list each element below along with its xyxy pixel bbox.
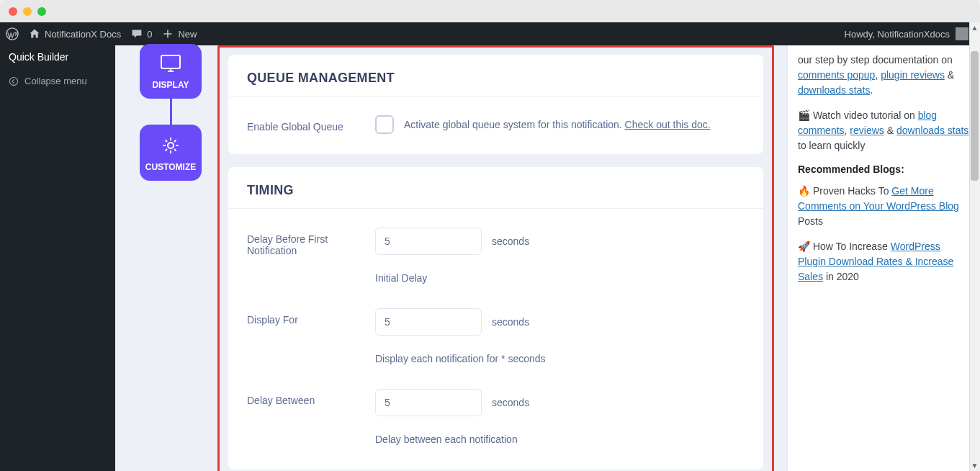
home-icon (29, 28, 40, 40)
delay-between-unit: seconds (492, 397, 529, 408)
new-link[interactable]: New (162, 28, 197, 40)
step-connector (170, 99, 172, 125)
scroll-thumb[interactable] (971, 51, 979, 181)
sidebar-item-quick-builder[interactable]: Quick Builder (0, 45, 115, 68)
blog-2: 🚀 How To Increase WordPress Plugin Downl… (798, 239, 970, 284)
site-title: NotificationX Docs (45, 29, 121, 40)
enable-queue-label: Enable Global Queue (247, 115, 375, 133)
scrollbar-track[interactable]: ▲ ▼ (969, 22, 980, 471)
enable-queue-checkbox[interactable] (375, 115, 394, 134)
video-icon: 🎬 (798, 109, 810, 121)
highlighted-region: QUEUE MANAGEMENT Enable Global Queue Act… (217, 45, 774, 471)
display-for-help: Display each notification for * seconds (375, 353, 745, 364)
gear-icon (160, 135, 181, 156)
queue-doc-link[interactable]: Check out this doc. (625, 119, 711, 130)
queue-heading: QUEUE MANAGEMENT (247, 71, 745, 86)
new-label: New (178, 29, 197, 40)
wp-sidebar: Quick Builder Collapse menu (0, 45, 115, 471)
delay-before-input[interactable] (375, 228, 482, 255)
svg-point-3 (168, 143, 174, 148)
comments-link[interactable]: 0 (131, 28, 152, 40)
collapse-menu[interactable]: Collapse menu (0, 68, 115, 94)
scroll-up-arrow[interactable]: ▲ (969, 22, 980, 33)
step-rail: DISPLAY CUSTOMIZE (137, 45, 204, 471)
delay-before-unit: seconds (492, 236, 529, 247)
fire-icon: 🔥 (798, 185, 810, 197)
window-close-dot[interactable] (9, 7, 17, 16)
link-reviews[interactable]: reviews (850, 125, 884, 136)
display-for-unit: seconds (492, 316, 529, 328)
delay-between-help: Delay between each notification (375, 434, 745, 445)
window-min-dot[interactable] (23, 7, 32, 16)
timing-heading: TIMING (247, 183, 745, 198)
avatar (956, 27, 968, 40)
recommended-heading: Recommended Blogs: (798, 163, 970, 175)
step-display[interactable]: DISPLAY (140, 44, 202, 99)
wordpress-icon (6, 27, 19, 40)
howdy-text: Howdy, NotificationXdocs (845, 29, 950, 40)
monitor-icon (158, 54, 183, 74)
user-menu[interactable]: Howdy, NotificationXdocs (845, 27, 974, 40)
right-sidebar: our step by step documentation on commen… (787, 45, 980, 471)
link-downloads-stats[interactable]: downloads stats (798, 84, 870, 96)
content-area: DISPLAY CUSTOMIZE QUEUE MANAGEMENT Enabl… (115, 45, 980, 471)
scroll-down-arrow[interactable]: ▼ (969, 460, 980, 471)
collapse-label: Collapse menu (24, 76, 87, 86)
rs-video: 🎬 Watch video tutorial on blog comments,… (798, 108, 970, 153)
plus-icon (162, 28, 174, 40)
svg-point-1 (9, 77, 17, 85)
wp-logo[interactable] (6, 27, 19, 40)
delay-before-label: Delay Before First Notification (247, 228, 375, 256)
site-home-link[interactable]: NotificationX Docs (29, 28, 121, 40)
link-comments-popup[interactable]: comments popup (798, 69, 875, 81)
svg-rect-2 (161, 55, 180, 68)
link-downloads-stats-2[interactable]: downloads stats (896, 125, 968, 136)
rocket-icon: 🚀 (798, 241, 810, 252)
comments-count: 0 (147, 29, 152, 40)
step-customize[interactable]: CUSTOMIZE (140, 125, 202, 181)
collapse-icon (9, 76, 19, 86)
delay-between-input[interactable] (375, 389, 482, 416)
step-display-label: DISPLAY (153, 80, 189, 90)
rs-doc-intro: our step by step documentation on commen… (798, 53, 970, 98)
window-max-dot[interactable] (37, 7, 46, 16)
delay-before-help: Initial Delay (375, 272, 745, 284)
browser-chrome (0, 0, 980, 22)
timing-card: TIMING Delay Before First Notification s… (228, 167, 763, 470)
display-for-label: Display For (247, 308, 375, 326)
blog-1: 🔥 Proven Hacks To Get More Comments on Y… (798, 184, 970, 229)
step-customize-label: CUSTOMIZE (145, 162, 196, 172)
comment-icon (131, 28, 143, 40)
display-for-input[interactable] (375, 308, 482, 336)
queue-card: QUEUE MANAGEMENT Enable Global Queue Act… (228, 55, 763, 154)
wp-admin-bar: NotificationX Docs 0 New Howdy, Notifica… (0, 22, 980, 45)
link-plugin-reviews[interactable]: plugin reviews (881, 69, 945, 81)
queue-helper: Activate global queue system for this no… (404, 119, 711, 130)
delay-between-label: Delay Between (247, 389, 375, 406)
